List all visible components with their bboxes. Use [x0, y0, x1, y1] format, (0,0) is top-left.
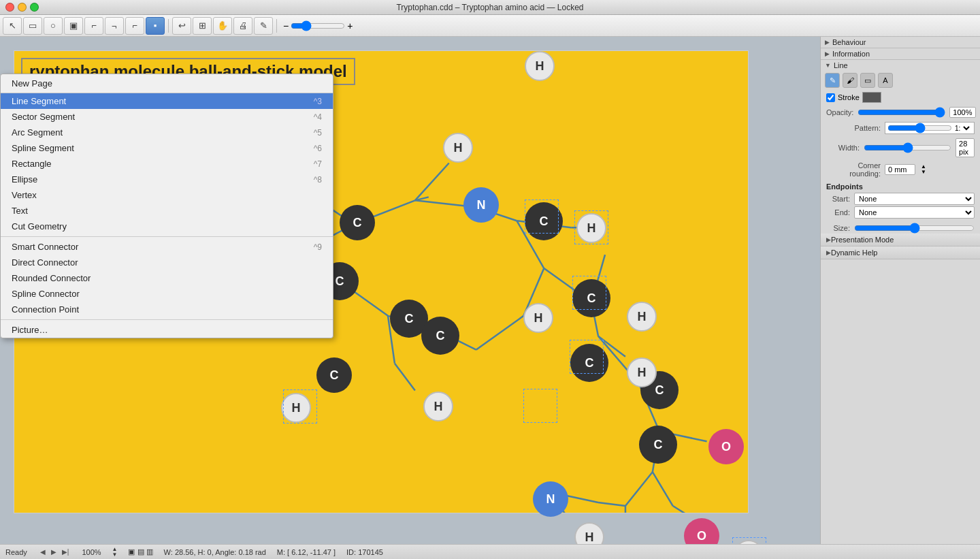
zoom-slider[interactable]	[291, 22, 345, 30]
pattern-row: Pattern: 1:	[821, 120, 980, 136]
behaviour-row[interactable]: ▶ Behaviour	[821, 37, 980, 48]
zoom-fit-button[interactable]: ⊞	[193, 17, 212, 35]
presentation-mode-label: Presentation Mode	[831, 236, 894, 244]
menu-spline-segment[interactable]: Spline Segment ^6	[1, 140, 333, 156]
menu-cut-geometry[interactable]: Cut Geometry	[1, 219, 333, 234]
dynamic-help-label: Dynamic Help	[831, 249, 877, 257]
svg-line-28	[673, 506, 700, 513]
end-select[interactable]: None	[854, 206, 975, 219]
selection-H3	[574, 210, 608, 244]
window-controls[interactable]	[5, 3, 39, 12]
zoom-in-icon[interactable]: +	[347, 20, 353, 31]
corner-rounding-label: Corner rounding:	[826, 161, 881, 178]
minimize-button[interactable]	[18, 3, 27, 12]
menu-rectangle[interactable]: Rectangle ^7	[1, 156, 333, 172]
table-tool[interactable]: ▣	[64, 17, 83, 35]
select-tool[interactable]: ↖	[3, 17, 22, 35]
pan-tool[interactable]: ✋	[213, 17, 232, 35]
corner-rounding-input[interactable]	[885, 164, 915, 175]
menu-smart-connector[interactable]: Smart Connector ^9	[1, 239, 333, 255]
maximize-button[interactable]	[30, 3, 39, 12]
width-slider[interactable]	[864, 144, 951, 151]
atom-C5: C	[421, 317, 459, 355]
dynamic-help-row[interactable]: ▶ Dynamic Help	[821, 246, 980, 259]
shape-icon[interactable]: ▭	[860, 73, 875, 88]
menu-connection-point[interactable]: Connection Point	[1, 302, 333, 317]
close-button[interactable]	[5, 3, 14, 12]
zoom-stepper[interactable]: ▲ ▼	[112, 547, 118, 558]
undo-button[interactable]: ↩	[172, 17, 191, 35]
menu-separator1	[1, 236, 333, 237]
line-row[interactable]: ▼ Line	[821, 60, 980, 71]
pattern-label: Pattern:	[826, 124, 881, 132]
pattern-select[interactable]: 1:	[952, 124, 972, 133]
stroke-color-swatch[interactable]	[862, 92, 881, 103]
connector-tool3[interactable]: ⌐	[125, 17, 144, 35]
atom-N2: N	[533, 481, 568, 517]
menu-direct-connector[interactable]: Direct Connector	[1, 255, 333, 270]
selection-H7	[523, 389, 557, 423]
atom-H8: H	[423, 392, 453, 421]
page-play-btn[interactable]: ▶	[49, 547, 59, 556]
menu-vertex[interactable]: Vertex	[1, 187, 333, 203]
pm-arrow: ▶	[826, 236, 831, 243]
print-button[interactable]: 🖨	[233, 17, 252, 35]
pattern-control[interactable]: 1:	[885, 122, 975, 134]
behaviour-arrow: ▶	[825, 39, 830, 46]
separator1	[168, 19, 169, 33]
page-next-btn[interactable]: ▶|	[60, 547, 71, 556]
text-icon[interactable]: A	[878, 73, 893, 88]
menu-rounded-connector[interactable]: Rounded Connector	[1, 270, 333, 286]
edit-tool[interactable]: ✎	[254, 17, 273, 35]
connector-tool1[interactable]: ⌐	[84, 17, 103, 35]
behaviour-label: Behaviour	[832, 38, 866, 46]
atom-C11: C	[639, 426, 677, 464]
view-toggle[interactable]: ▣ ▤ ▥	[128, 547, 152, 556]
atom-H4: H	[627, 302, 657, 332]
menu-text[interactable]: Text	[1, 203, 333, 219]
endpoints-title: Endpoints	[826, 182, 975, 191]
svg-line-6	[415, 197, 429, 200]
menu-separator2	[1, 319, 333, 320]
corner-rounding-row: Corner rounding: ▲ ▼	[821, 159, 980, 180]
title-bar: Tryptophan.cdd – Tryptophan amino acid —…	[0, 0, 980, 15]
stroke-checkbox[interactable]	[826, 93, 835, 102]
line-icon[interactable]: ✎	[825, 73, 840, 88]
svg-line-29	[625, 472, 653, 506]
menu-ellipse[interactable]: Ellipse ^8	[1, 172, 333, 187]
menu-new-page[interactable]: New Page	[1, 74, 333, 93]
menu-picture[interactable]: Picture…	[1, 322, 333, 338]
line-tool[interactable]: ▪	[146, 17, 165, 35]
menu-arc-segment[interactable]: Arc Segment ^5	[1, 125, 333, 140]
menu-spline-connector[interactable]: Spline Connector	[1, 286, 333, 302]
corner-rounding-stepper[interactable]: ▲ ▼	[921, 164, 926, 175]
ellipse-tool[interactable]: ○	[44, 17, 63, 35]
size-slider[interactable]	[854, 225, 975, 231]
pattern-slider[interactable]	[887, 125, 952, 131]
zoom-display: 100%	[82, 548, 101, 556]
start-select[interactable]: None	[854, 193, 975, 205]
line-label: Line	[834, 61, 848, 69]
zoom-out-icon[interactable]: −	[283, 20, 289, 31]
fill-icon[interactable]: 🖌	[843, 73, 858, 88]
connector-tool2[interactable]: ⌐	[105, 17, 124, 35]
size-row: Size:	[821, 223, 980, 234]
menu-sector-segment[interactable]: Sector Segment ^4	[1, 109, 333, 125]
atom-N1: N	[463, 187, 499, 223]
dh-arrow: ▶	[826, 249, 831, 256]
dropdown-menu[interactable]: New Page Line Segment ^3 Sector Segment …	[0, 74, 333, 338]
status-bar: Ready ◀ ▶ ▶| 100% ▲ ▼ ▣ ▤ ▥ W: 28.56, H:…	[0, 544, 980, 559]
opacity-slider[interactable]	[858, 109, 945, 116]
atom-H7: H	[525, 51, 555, 81]
presentation-mode-row[interactable]: ▶ Presentation Mode	[821, 234, 980, 246]
selection-C7	[525, 199, 559, 234]
canvas-area[interactable]: New Page Line Segment ^3 Sector Segment …	[0, 37, 820, 544]
page-prev-btn[interactable]: ◀	[38, 547, 48, 556]
id-text: ID: 170145	[346, 548, 383, 556]
atom-H5: H	[627, 357, 657, 387]
menu-line-segment[interactable]: Line Segment ^3	[1, 93, 333, 109]
information-row[interactable]: ▶ Information	[821, 48, 980, 60]
rect-tool[interactable]: ▭	[23, 17, 42, 35]
atom-C3: C	[340, 205, 375, 240]
svg-line-21	[395, 364, 415, 391]
